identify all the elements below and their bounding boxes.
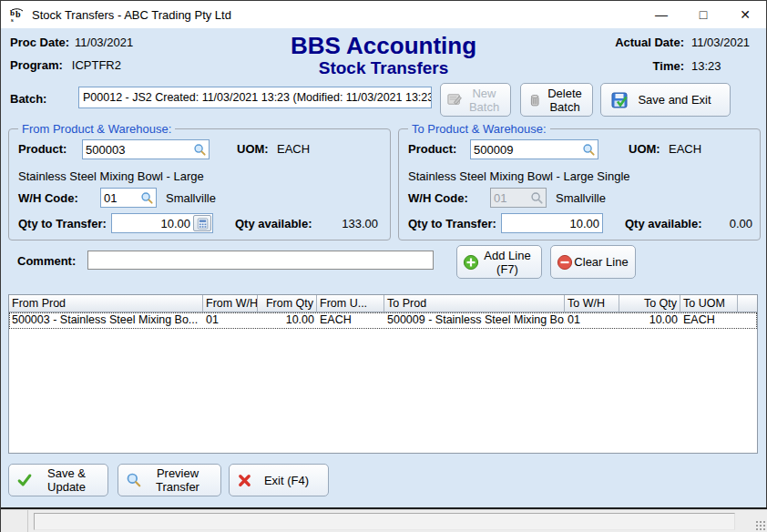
- col-header-to-qty[interactable]: To Qty: [619, 295, 680, 312]
- save-update-check-icon: [16, 472, 33, 488]
- from-product-lookup-magnifier-icon[interactable]: [190, 141, 209, 158]
- exit-button[interactable]: Exit (F4): [229, 464, 329, 496]
- time-label: Time:: [653, 59, 684, 73]
- cell-to-prod: 500009 - Stainless Steel Mixing Bo...: [384, 312, 565, 329]
- transfer-lines-grid: From Prod From W/H From Qty From U... To…: [8, 294, 758, 454]
- col-header-from-prod[interactable]: From Prod: [9, 295, 203, 312]
- col-header-from-wh[interactable]: From W/H: [203, 295, 258, 312]
- time-value: 13:23: [691, 59, 757, 73]
- delete-batch-button[interactable]: Delete Batch: [520, 83, 593, 117]
- minimize-button[interactable]: —: [640, 1, 682, 28]
- batch-dropdown[interactable]: P00012 - JS2 Created: 11/03/2021 13:23 (…: [78, 87, 432, 108]
- stock-transfers-window: b b s Stock Transfers - ABC Trading Pty …: [0, 0, 767, 532]
- close-button[interactable]: ✕: [724, 1, 766, 28]
- from-qty-available-value: 133.00: [323, 217, 378, 230]
- from-qty-calculator-icon[interactable]: [193, 215, 211, 231]
- from-group-title: From Product & Warehouse:: [18, 122, 175, 136]
- cell-from-qty: 10.00: [258, 312, 317, 329]
- header-right: Actual Date:11/03/2021 Time:13:23: [615, 36, 757, 83]
- from-uom-label: UOM:: [237, 142, 269, 156]
- from-wh-code-field[interactable]: [100, 188, 157, 208]
- status-bar: [1, 509, 767, 532]
- save-and-exit-button[interactable]: Save and Exit: [600, 83, 731, 117]
- to-qty-label: Qty to Transfer:: [408, 217, 496, 230]
- to-uom-value: EACH: [669, 142, 701, 156]
- new-batch-label: New Batch: [464, 87, 505, 114]
- actual-date-value: 11/03/2021: [691, 36, 757, 49]
- to-wh-code-input: [491, 189, 527, 207]
- to-qty-available-value: 0.00: [700, 217, 752, 230]
- col-header-to-prod[interactable]: To Prod: [384, 295, 565, 312]
- to-wh-code-field: [490, 188, 547, 208]
- to-product-warehouse-group: To Product & Warehouse: Product: UOM: EA…: [398, 128, 761, 240]
- program-label: Program:: [10, 58, 63, 72]
- to-group-title: To Product & Warehouse:: [408, 122, 550, 136]
- from-wh-code-label: W/H Code:: [18, 191, 78, 205]
- from-qty-label: Qty to Transfer:: [18, 217, 107, 230]
- preview-transfer-button[interactable]: Preview Transfer: [118, 464, 221, 496]
- clear-line-button[interactable]: Clear Line: [550, 245, 636, 279]
- cell-filler: [738, 312, 757, 329]
- clear-line-minus-icon: [557, 254, 573, 271]
- to-wh-lookup-magnifier-icon: [527, 189, 546, 206]
- proc-date-value: 11/03/2021: [75, 36, 133, 49]
- to-product-input[interactable]: [471, 140, 579, 159]
- col-header-to-uom[interactable]: To UOM: [680, 295, 738, 312]
- from-product-field[interactable]: [82, 139, 210, 159]
- exit-label: Exit (F4): [252, 474, 321, 487]
- maximize-button[interactable]: □: [682, 1, 724, 28]
- to-wh-code-label: W/H Code:: [408, 191, 468, 205]
- from-qty-input[interactable]: [112, 214, 193, 232]
- header-left: Proc Date:11/03/2021 Program:ICPTFR2: [10, 36, 133, 81]
- comment-input[interactable]: [88, 251, 433, 269]
- col-header-from-uom[interactable]: From U...: [317, 295, 384, 312]
- col-header-filler: [738, 295, 757, 312]
- clear-line-label: Clear Line: [573, 255, 629, 269]
- svg-text:s: s: [11, 16, 14, 23]
- comment-label: Comment:: [17, 254, 76, 268]
- comment-field[interactable]: [87, 251, 434, 270]
- save-update-button[interactable]: Save & Update: [8, 464, 108, 496]
- table-row[interactable]: 500003 - Stainless Steel Mixing Bo... 01…: [9, 312, 757, 329]
- from-wh-lookup-magnifier-icon[interactable]: [138, 189, 156, 206]
- exit-x-icon: [237, 473, 252, 488]
- delete-batch-label: Delete Batch: [543, 87, 587, 114]
- col-header-from-qty[interactable]: From Qty: [258, 295, 317, 312]
- from-product-input[interactable]: [83, 140, 190, 159]
- preview-magnifier-icon: [126, 472, 142, 488]
- resize-grip[interactable]: [755, 520, 766, 531]
- col-header-to-wh[interactable]: To W/H: [565, 295, 619, 312]
- add-line-label: Add Line (F7): [479, 249, 536, 276]
- to-product-lookup-magnifier-icon[interactable]: [579, 141, 598, 158]
- from-product-description: Stainless Steel Mixing Bowl - Large: [18, 169, 204, 183]
- to-product-description: Stainless Steel Mixing Bowl - Large Sing…: [408, 169, 630, 183]
- window-title: Stock Transfers - ABC Trading Pty Ltd: [32, 8, 231, 22]
- from-product-label: Product:: [18, 142, 66, 156]
- to-qty-field[interactable]: [501, 213, 603, 233]
- status-bar-message-panel: [34, 513, 735, 530]
- form-area: Proc Date:11/03/2021 Program:ICPTFR2 BBS…: [1, 28, 766, 507]
- to-product-label: Product:: [408, 142, 456, 156]
- from-wh-code-input[interactable]: [101, 189, 138, 207]
- to-product-field[interactable]: [470, 139, 598, 159]
- from-qty-field[interactable]: [111, 213, 213, 233]
- add-line-plus-icon: [463, 254, 479, 271]
- from-uom-value: EACH: [277, 142, 310, 156]
- from-qty-available-label: Qty available:: [235, 217, 312, 230]
- to-wh-name: Smallville: [556, 191, 606, 205]
- proc-date-label: Proc Date:: [10, 36, 69, 49]
- to-qty-available-label: Qty available:: [625, 217, 702, 230]
- add-line-button[interactable]: Add Line (F7): [456, 245, 542, 279]
- preview-transfer-label: Preview Transfer: [142, 466, 213, 494]
- titlebar: b b s Stock Transfers - ABC Trading Pty …: [1, 1, 766, 28]
- from-product-warehouse-group: From Product & Warehouse: Product: UOM: …: [8, 128, 391, 240]
- to-qty-input[interactable]: [502, 214, 602, 232]
- cell-from-uom: EACH: [317, 312, 384, 329]
- svg-text:b: b: [15, 9, 21, 19]
- status-bar-left-panel: [1, 510, 28, 532]
- program-value: ICPTFR2: [72, 58, 121, 72]
- save-and-exit-label: Save and Exit: [629, 93, 721, 107]
- save-update-label: Save & Update: [33, 466, 100, 494]
- cell-from-prod: 500003 - Stainless Steel Mixing Bo...: [9, 312, 203, 329]
- save-and-exit-icon: [610, 91, 629, 109]
